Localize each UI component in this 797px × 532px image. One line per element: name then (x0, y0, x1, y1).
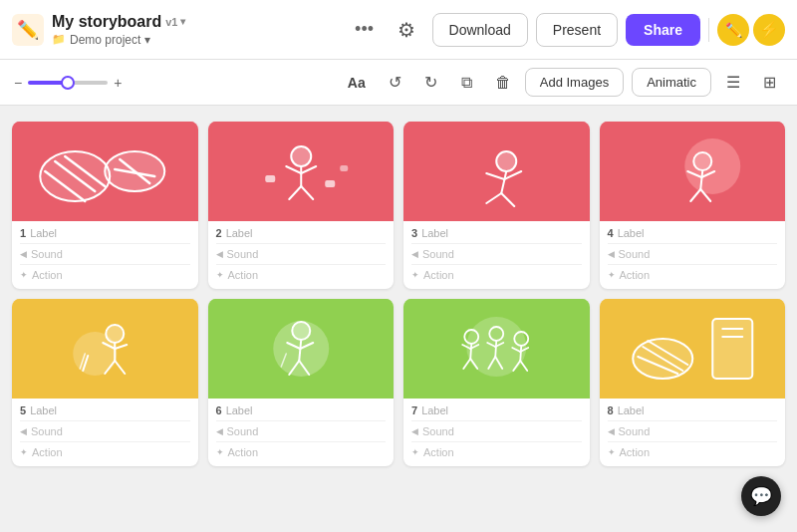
sound-icon: ◀ (20, 426, 27, 436)
svg-point-9 (291, 146, 311, 166)
sound-icon: ◀ (608, 426, 615, 436)
animatic-label: Animatic (647, 75, 696, 90)
frame-card[interactable]: 8 Label ◀ Sound ✦ Action (600, 299, 786, 466)
share-button[interactable]: Share (626, 14, 700, 46)
action-text: Action (423, 269, 454, 281)
action-text: Action (423, 446, 454, 458)
frame-label: Label (30, 404, 57, 416)
action-icon: ✦ (216, 270, 224, 280)
svg-point-45 (292, 322, 310, 340)
svg-point-35 (106, 325, 124, 343)
action-text: Action (32, 269, 63, 281)
frame-label: Label (421, 227, 448, 239)
more-options-icon: ••• (355, 19, 374, 40)
download-button[interactable]: Download (432, 13, 528, 47)
frame-image (600, 299, 786, 399)
action-icon: ✦ (216, 447, 224, 457)
frame-number: 6 (216, 404, 222, 416)
sound-icon: ◀ (608, 249, 615, 259)
toolbar: − + Aa ↺ ↻ ⧉ 🗑 Add Images Animatic ☰ ⊞ (0, 60, 797, 106)
sound-icon: ◀ (216, 249, 223, 259)
sound-text: Sound (422, 425, 454, 437)
zoom-plus-button[interactable]: + (114, 75, 122, 91)
font-button[interactable]: Aa (340, 71, 374, 95)
action-text: Action (620, 269, 651, 281)
action-icon: ✦ (411, 270, 419, 280)
sound-text: Sound (31, 248, 63, 260)
version-text: v1 (165, 16, 177, 28)
frame-number: 2 (216, 227, 222, 239)
present-label: Present (553, 22, 601, 38)
svg-point-27 (693, 152, 711, 170)
sound-text: Sound (422, 248, 454, 260)
frame-card[interactable]: 1 Label ◀ Sound ✦ Action (12, 122, 198, 289)
list-view-button[interactable]: ☰ (719, 69, 747, 97)
chat-button[interactable]: 💬 (741, 476, 781, 516)
canvas-area: 1 Label ◀ Sound ✦ Action (0, 106, 797, 532)
action-icon: ✦ (608, 270, 616, 280)
frame-card[interactable]: 3 Label ◀ Sound ✦ Action (403, 122, 590, 289)
frame-label: Label (226, 404, 253, 416)
sound-icon: ◀ (20, 249, 27, 259)
settings-button[interactable]: ⚙ (389, 12, 424, 48)
action-text: Action (228, 269, 259, 281)
grid-view-button[interactable]: ⊞ (755, 69, 783, 97)
undo-button[interactable]: ↺ (382, 69, 409, 97)
frame-meta: 4 Label ◀ Sound ✦ Action (600, 221, 786, 289)
frames-grid: 1 Label ◀ Sound ✦ Action (12, 122, 785, 466)
version-badge: v1 ▾ (165, 16, 184, 28)
sound-icon: ◀ (411, 426, 418, 436)
frame-number: 3 (411, 227, 417, 239)
zoom-control: − + (14, 75, 122, 91)
share-label: Share (644, 22, 682, 38)
lightning-button[interactable]: ⚡ (753, 14, 785, 46)
add-images-button[interactable]: Add Images (525, 68, 624, 97)
frame-label: Label (421, 404, 448, 416)
frame-card[interactable]: 2 Label ◀ Sound ✦ Action (208, 122, 395, 289)
redo-icon: ↻ (424, 73, 437, 92)
frame-card[interactable]: 5 Label ◀ Sound ✦ Action (12, 299, 198, 466)
chat-icon: 💬 (750, 485, 772, 507)
title-area: My storyboard v1 ▾ 📁 Demo project ▾ (52, 13, 185, 47)
delete-button[interactable]: 🗑 (489, 69, 517, 97)
pencil-icon: ✏️ (17, 19, 39, 41)
frame-image (600, 122, 786, 221)
sound-text: Sound (227, 248, 259, 260)
zoom-slider[interactable] (28, 81, 108, 85)
copy-button[interactable]: ⧉ (453, 69, 481, 97)
frame-image (12, 122, 198, 221)
font-icon: Aa (348, 75, 366, 91)
svg-rect-72 (603, 299, 782, 399)
avatar-icon: ✏️ (725, 22, 742, 38)
folder-icon: 📁 (52, 33, 66, 46)
grid-view-icon: ⊞ (763, 73, 776, 92)
zoom-minus-button[interactable]: − (14, 75, 22, 91)
frame-card[interactable]: 7 Label ◀ Sound ✦ Action (403, 299, 590, 466)
svg-rect-18 (406, 122, 586, 221)
svg-line-61 (495, 341, 496, 357)
action-icon: ✦ (20, 447, 28, 457)
frame-card[interactable]: 6 Label ◀ Sound ✦ Action (208, 299, 395, 466)
frame-card[interactable]: 4 Label ◀ Sound ✦ Action (600, 122, 786, 289)
chevron-down-icon: ▾ (144, 33, 150, 47)
action-text: Action (620, 446, 651, 458)
frame-label: Label (618, 227, 645, 239)
frame-label: Label (30, 227, 57, 239)
frame-meta: 8 Label ◀ Sound ✦ Action (600, 399, 786, 466)
animatic-button[interactable]: Animatic (632, 68, 711, 97)
redo-button[interactable]: ↻ (417, 69, 445, 97)
user-avatar[interactable]: ✏️ (717, 14, 749, 46)
copy-icon: ⧉ (461, 74, 472, 92)
action-text: Action (228, 446, 259, 458)
frame-number: 1 (20, 227, 26, 239)
action-icon: ✦ (608, 447, 616, 457)
frame-meta: 2 Label ◀ Sound ✦ Action (208, 221, 395, 289)
frame-meta: 3 Label ◀ Sound ✦ Action (403, 221, 590, 289)
svg-rect-17 (341, 166, 347, 170)
action-icon: ✦ (411, 447, 419, 457)
frame-image (403, 122, 590, 221)
present-button[interactable]: Present (536, 13, 618, 47)
chevron-down-icon: ▾ (180, 16, 185, 27)
more-options-button[interactable]: ••• (349, 14, 381, 46)
frame-meta: 5 Label ◀ Sound ✦ Action (12, 399, 198, 466)
